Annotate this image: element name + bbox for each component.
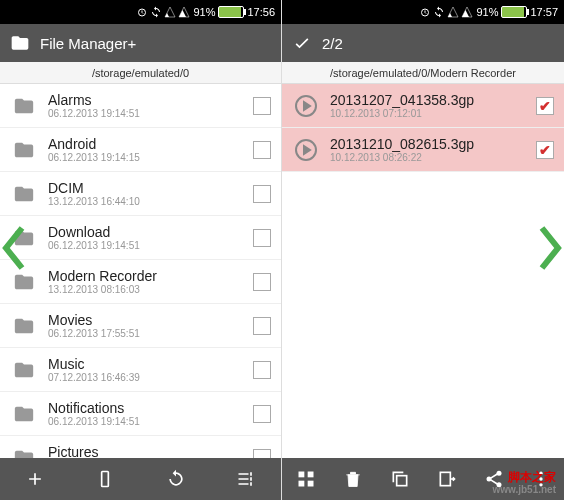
- app-bar: File Manager+: [0, 24, 281, 62]
- bottom-toolbar: [0, 458, 281, 500]
- file-item[interactable]: DCIM13.12.2013 16:44:10: [0, 172, 281, 216]
- file-meta: 10.12.2013 07:12:01: [330, 108, 526, 119]
- alarm-icon: [136, 6, 148, 18]
- device-button[interactable]: [70, 458, 140, 500]
- file-name: Download: [48, 224, 243, 240]
- play-icon[interactable]: [292, 138, 320, 162]
- checkbox[interactable]: [536, 141, 554, 159]
- svg-rect-6: [307, 472, 313, 478]
- file-meta: 10.12.2013 08:26:22: [330, 152, 526, 163]
- file-meta: 06.12.2013 19:14:51: [48, 240, 243, 251]
- swipe-arrow-left[interactable]: [2, 226, 26, 274]
- sync-icon: [150, 6, 162, 18]
- file-item[interactable]: Alarms06.12.2013 19:14:51: [0, 84, 281, 128]
- file-item[interactable]: 20131210_082615.3gp10.12.2013 08:26:22: [282, 128, 564, 172]
- check-icon[interactable]: [292, 33, 312, 53]
- file-meta: 06.12.2013 19:14:15: [48, 152, 243, 163]
- clock-text: 17:57: [530, 6, 558, 18]
- file-meta: 06.12.2013 19:14:51: [48, 416, 243, 427]
- watermark: 脚本之家 www.jb51.net: [492, 470, 556, 496]
- status-icons: [419, 6, 473, 18]
- watermark-text: 脚本之家: [492, 470, 556, 484]
- svg-rect-1: [102, 472, 109, 487]
- phone-left: 91% 17:56 File Manager+ /storage/emulate…: [0, 0, 282, 500]
- move-button[interactable]: [423, 458, 470, 500]
- play-icon[interactable]: [292, 94, 320, 118]
- settings-button[interactable]: [211, 458, 281, 500]
- file-name: 20131207_041358.3gp: [330, 92, 526, 108]
- path-bar[interactable]: /storage/emulated/0/Modern Recorder: [282, 62, 564, 84]
- path-text: /storage/emulated/0/Modern Recorder: [330, 67, 516, 79]
- file-name: Movies: [48, 312, 243, 328]
- copy-button[interactable]: [376, 458, 423, 500]
- folder-icon: [10, 95, 38, 117]
- swipe-arrow-right[interactable]: [538, 226, 562, 274]
- file-item[interactable]: Android06.12.2013 19:14:15: [0, 128, 281, 172]
- svg-rect-7: [298, 481, 304, 487]
- alarm-icon: [419, 6, 431, 18]
- checkbox[interactable]: [253, 97, 271, 115]
- grid-button[interactable]: [282, 458, 329, 500]
- checkbox[interactable]: [536, 97, 554, 115]
- file-item[interactable]: Modern Recorder13.12.2013 08:16:03: [0, 260, 281, 304]
- file-item[interactable]: Download06.12.2013 19:14:51: [0, 216, 281, 260]
- add-button[interactable]: [0, 458, 70, 500]
- clock-text: 17:56: [247, 6, 275, 18]
- svg-rect-10: [440, 472, 450, 485]
- folder-icon: [10, 315, 38, 337]
- phone-right: 91% 17:57 2/2 /storage/emulated/0/Modern…: [282, 0, 564, 500]
- checkbox[interactable]: [253, 361, 271, 379]
- sync-icon: [433, 6, 445, 18]
- file-item[interactable]: Movies06.12.2013 17:55:51: [0, 304, 281, 348]
- file-meta: 07.12.2013 16:46:39: [48, 372, 243, 383]
- checkbox[interactable]: [253, 449, 271, 459]
- folder-icon: [10, 139, 38, 161]
- file-meta: 06.12.2013 19:14:51: [48, 108, 243, 119]
- file-item[interactable]: 20131207_041358.3gp10.12.2013 07:12:01: [282, 84, 564, 128]
- checkbox[interactable]: [253, 317, 271, 335]
- path-text: /storage/emulated/0: [92, 67, 189, 79]
- folder-icon: [10, 183, 38, 205]
- file-list[interactable]: 20131207_041358.3gp10.12.2013 07:12:01 2…: [282, 84, 564, 458]
- svg-rect-8: [307, 481, 313, 487]
- folder-icon: [10, 447, 38, 459]
- path-bar[interactable]: /storage/emulated/0: [0, 62, 281, 84]
- file-name: Notifications: [48, 400, 243, 416]
- battery-icon: [218, 6, 244, 18]
- file-name: 20131210_082615.3gp: [330, 136, 526, 152]
- status-bar: 91% 17:57: [282, 0, 564, 24]
- svg-rect-5: [298, 472, 304, 478]
- folder-icon: [10, 33, 30, 53]
- file-name: Android: [48, 136, 243, 152]
- selection-count: 2/2: [322, 35, 343, 52]
- checkbox[interactable]: [253, 273, 271, 291]
- app-title: File Manager+: [40, 35, 136, 52]
- app-bar-selection: 2/2: [282, 24, 564, 62]
- file-meta: 13.12.2013 08:16:03: [48, 284, 243, 295]
- file-meta: 13.12.2013 16:44:10: [48, 196, 243, 207]
- signal-icon: [447, 6, 459, 18]
- battery-icon: [501, 6, 527, 18]
- checkbox[interactable]: [253, 229, 271, 247]
- file-name: Modern Recorder: [48, 268, 243, 284]
- signal-icon-2: [461, 6, 473, 18]
- checkbox[interactable]: [253, 405, 271, 423]
- checkbox[interactable]: [253, 141, 271, 159]
- signal-icon: [164, 6, 176, 18]
- file-item[interactable]: Notifications06.12.2013 19:14:51: [0, 392, 281, 436]
- folder-icon: [10, 403, 38, 425]
- delete-button[interactable]: [329, 458, 376, 500]
- file-name: Music: [48, 356, 243, 372]
- file-list[interactable]: Alarms06.12.2013 19:14:51 Android06.12.2…: [0, 84, 281, 458]
- file-name: Pictures: [48, 444, 243, 458]
- checkbox[interactable]: [253, 185, 271, 203]
- file-meta: 06.12.2013 17:55:51: [48, 328, 243, 339]
- folder-icon: [10, 359, 38, 381]
- battery-text: 91%: [476, 6, 498, 18]
- file-item[interactable]: Pictures06.12.2013 17:55:51: [0, 436, 281, 458]
- battery-text: 91%: [193, 6, 215, 18]
- svg-rect-9: [396, 476, 406, 486]
- signal-icon-2: [178, 6, 190, 18]
- refresh-button[interactable]: [141, 458, 211, 500]
- file-item[interactable]: Music07.12.2013 16:46:39: [0, 348, 281, 392]
